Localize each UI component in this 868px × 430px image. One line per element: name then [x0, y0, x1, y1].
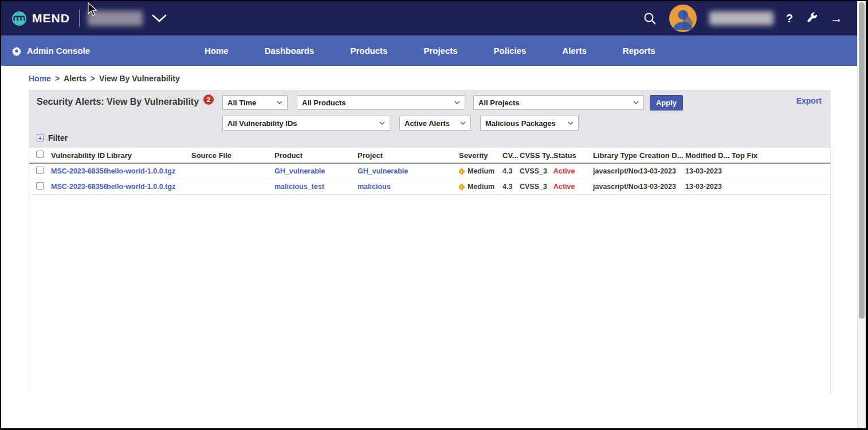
user-avatar[interactable] [669, 5, 697, 32]
select-all-checkbox[interactable] [36, 151, 44, 158]
nav-item-reports[interactable]: Reports [623, 46, 655, 56]
expand-plus-icon: + [37, 135, 44, 141]
user-name-redacted [709, 11, 773, 25]
alert-status-value: Active Alerts [404, 119, 450, 128]
mend-logo-icon [11, 11, 27, 26]
vulnerability-id-link[interactable]: MSC-2023-68356 [51, 183, 107, 191]
breadcrumb-home[interactable]: Home [29, 74, 51, 83]
col-creation-date[interactable]: Creation D... [639, 148, 685, 163]
col-product[interactable]: Product [274, 148, 358, 163]
status-badge[interactable]: Active [553, 167, 575, 175]
chevron-down-icon [568, 121, 574, 125]
medium-severity-diamond-icon: ! [459, 183, 465, 191]
creation-date-cell: 13-03-2023 [639, 179, 685, 195]
modified-date-cell: 13-03-2023 [685, 179, 732, 195]
cvss-type-cell: CVSS_3 [520, 163, 553, 179]
nav-item-projects[interactable]: Projects [423, 46, 457, 56]
cvss-score-cell: 4.3 [502, 163, 520, 179]
alert-count-badge: 2 [203, 94, 214, 105]
alerts-table: Vulnerability ID Library Source File Pro… [29, 148, 830, 195]
apply-button[interactable]: Apply [650, 95, 683, 111]
security-alerts-panel: Security Alerts: View By Vulnerability 2… [29, 90, 831, 148]
nav-item-products[interactable]: Products [350, 46, 387, 56]
top-fix-cell [732, 163, 830, 179]
org-chevron-down-icon[interactable] [152, 14, 167, 22]
table-row: MSC-2023-68356 hello-world-1.0.0.tgz mal… [29, 179, 830, 195]
products-value: All Products [302, 98, 346, 107]
breadcrumb-separator: > [55, 74, 60, 83]
time-range-value: All Time [227, 98, 256, 107]
col-cvss-score[interactable]: CV... [502, 148, 520, 163]
time-range-select[interactable]: All Time [222, 95, 288, 110]
vulnerability-id-link[interactable]: MSC-2023-68356 [51, 167, 107, 175]
logout-arrow-icon[interactable]: → [830, 11, 843, 26]
scrollbar-thumb[interactable] [859, 2, 865, 319]
filter-label: Filter [48, 133, 68, 143]
modified-date-cell: 13-03-2023 [685, 163, 732, 179]
severity-label: Medium [468, 167, 494, 175]
mend-logo[interactable]: MEND [11, 11, 70, 26]
severity-label: Medium [468, 183, 494, 191]
export-link[interactable]: Export [796, 96, 822, 105]
project-link[interactable]: malicious [358, 183, 391, 191]
library-type-cell: javascript/Nod [593, 179, 639, 195]
chevron-down-icon [633, 101, 639, 104]
col-top-fix[interactable]: Top Fix [732, 148, 830, 163]
col-status[interactable]: Status [553, 148, 593, 163]
top-fix-cell [732, 179, 830, 195]
vertical-scrollbar[interactable] [857, 1, 866, 428]
product-link[interactable]: GH_vulnerable [274, 167, 325, 175]
page-title: Security Alerts: View By Vulnerability [37, 97, 199, 107]
library-type-cell: javascript/Nod [593, 163, 639, 179]
search-icon[interactable] [643, 11, 657, 25]
chevron-down-icon [460, 121, 466, 125]
nav-item-dashboards[interactable]: Dashboards [265, 46, 315, 56]
col-source-file[interactable]: Source File [191, 148, 274, 163]
alert-status-select[interactable]: Active Alerts [399, 116, 471, 131]
nav-items: Home Dashboards Products Projects Polici… [205, 46, 655, 56]
library-link[interactable]: hello-world-1.0.0.tgz [107, 183, 175, 191]
col-severity[interactable]: Severity [459, 148, 502, 163]
row-checkbox[interactable] [36, 182, 44, 190]
col-vulnerability-id[interactable]: Vulnerability ID [51, 148, 107, 163]
breadcrumb-alerts[interactable]: Alerts [64, 74, 87, 83]
nav-item-alerts[interactable]: Alerts [562, 46, 587, 56]
nav-item-policies[interactable]: Policies [494, 46, 527, 56]
col-modified-date[interactable]: Modified D... [685, 148, 732, 163]
admin-console-button[interactable]: Admin Console [11, 46, 90, 56]
gear-icon [11, 46, 22, 56]
mouse-cursor [87, 2, 99, 17]
brand-name: MEND [32, 11, 70, 25]
col-project[interactable]: Project [358, 148, 459, 163]
cvss-type-cell: CVSS_3 [520, 179, 553, 195]
col-library-type[interactable]: Library Type [593, 148, 639, 163]
projects-select[interactable]: All Projects [473, 95, 644, 110]
product-link[interactable]: malicious_test [274, 183, 324, 191]
cvss-score-cell: 4.3 [502, 179, 520, 195]
top-bar: MEND ? [1, 1, 866, 35]
library-link[interactable]: hello-world-1.0.0.tgz [107, 167, 175, 175]
source-file-cell [191, 179, 274, 195]
chevron-down-icon [454, 101, 460, 104]
admin-console-label: Admin Console [27, 46, 90, 56]
col-library[interactable]: Library [107, 148, 191, 163]
alert-type-select[interactable]: Malicious Packages [480, 116, 579, 131]
nav-item-home[interactable]: Home [205, 46, 229, 56]
products-select[interactable]: All Products [297, 95, 465, 110]
project-link[interactable]: GH_vulnerable [358, 167, 408, 175]
wrench-icon[interactable] [806, 11, 818, 26]
divider [79, 10, 80, 27]
col-cvss-type[interactable]: CVSS Ty... [520, 148, 553, 163]
vulnerability-ids-select[interactable]: All Vulnerability IDs [222, 116, 390, 131]
source-file-cell [191, 163, 274, 179]
breadcrumb-current: View By Vulnerability [99, 74, 180, 83]
status-badge[interactable]: Active [553, 183, 575, 191]
filter-expand-toggle[interactable]: + Filter [37, 133, 68, 143]
chevron-down-icon [379, 121, 385, 125]
chevron-down-icon [277, 101, 282, 104]
table-row: MSC-2023-68356 hello-world-1.0.0.tgz GH_… [29, 163, 830, 179]
main-nav: Admin Console Home Dashboards Products P… [1, 35, 866, 66]
help-icon[interactable]: ? [786, 12, 793, 25]
breadcrumb: Home > Alerts > View By Vulnerability [1, 66, 866, 90]
row-checkbox[interactable] [36, 167, 44, 174]
